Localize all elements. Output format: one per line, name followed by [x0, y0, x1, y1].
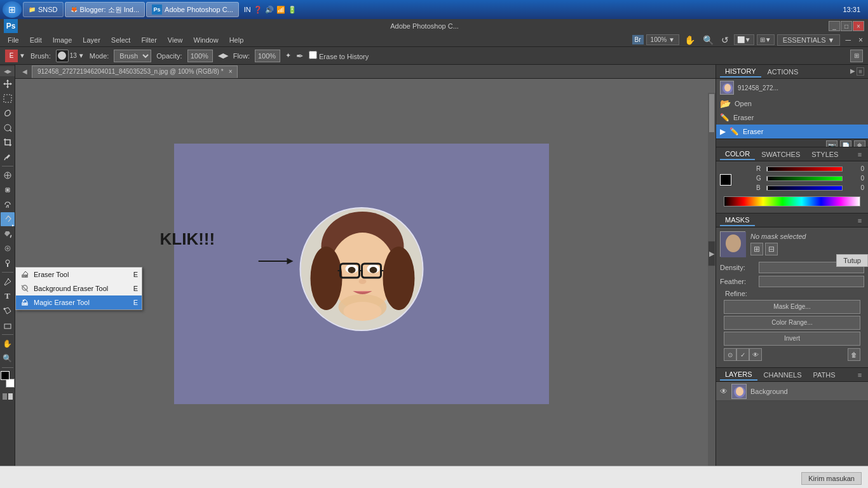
menu-help[interactable]: Help [224, 35, 249, 45]
erase-history-checkbox[interactable] [309, 51, 317, 59]
bridge-btn[interactable]: Br [632, 35, 644, 44]
opacity-input[interactable] [187, 50, 213, 62]
close-tab-btn[interactable]: × [229, 68, 233, 75]
ps-canvas[interactable]: KLIK!!! [174, 144, 549, 404]
fg-color-swatch[interactable] [1, 371, 10, 380]
tool-presets-panel-btn[interactable]: ⊞ [850, 50, 863, 62]
marquee-tool-btn[interactable] [1, 92, 15, 105]
menu-image[interactable]: Image [48, 35, 78, 45]
dodge-tool-btn[interactable] [1, 256, 15, 270]
vertical-scrollbar[interactable] [708, 93, 715, 469]
path-select-btn[interactable] [1, 304, 15, 318]
quick-select-btn[interactable] [1, 121, 15, 135]
swatches-tab[interactable]: SWATCHES [756, 149, 805, 159]
taskbar-tab-snsd[interactable]: 📁 SNSD [23, 2, 64, 17]
actions-tab[interactable]: ACTIONS [763, 67, 804, 77]
pan-tool-btn[interactable]: ✋ [682, 34, 698, 46]
eyedropper-tool-btn[interactable] [1, 150, 15, 164]
toolbar-toggle-btn[interactable]: ◀▶ [0, 66, 15, 76]
quick-mask-btn[interactable] [1, 390, 15, 403]
history-source-item[interactable]: 912458_272... [716, 79, 868, 97]
ps-minimize-btn[interactable]: _ [829, 21, 840, 31]
color-swatches[interactable] [1, 371, 15, 388]
heal-tool-btn[interactable] [1, 168, 15, 182]
paint-bucket-btn[interactable] [1, 227, 15, 241]
clone-stamp-btn[interactable] [1, 183, 15, 197]
mask-edge-btn[interactable]: Mask Edge... [724, 300, 860, 314]
flyout-bg-eraser-tool[interactable]: Background Eraser Tool E [16, 281, 142, 295]
color-spectrum[interactable] [724, 196, 860, 207]
blur-tool-btn[interactable] [1, 241, 15, 255]
foreground-color-chip[interactable] [720, 174, 731, 186]
pen-tool-btn[interactable] [1, 274, 15, 288]
extra-controls-btn[interactable]: ⊞▼ [757, 34, 775, 45]
history-options-btn[interactable]: ≡ [857, 67, 864, 76]
invert-btn[interactable]: Invert [724, 332, 860, 346]
ps-close-btn[interactable]: × [853, 21, 864, 31]
menu-select[interactable]: Select [106, 35, 136, 45]
collapse-panels-btn[interactable]: ─ [843, 34, 853, 46]
brush-arrow[interactable]: ▼ [78, 52, 85, 59]
screen-mode-btn[interactable]: ⬜▼ [734, 34, 754, 45]
flyout-magic-eraser-tool[interactable]: Magic Eraser Tool E [16, 295, 142, 309]
essentials-btn[interactable]: ESSENTIALS ▼ [777, 34, 841, 46]
tool-preset-arrow[interactable]: ▼ [19, 52, 25, 59]
stylus-icon[interactable]: ✒ [296, 51, 304, 61]
history-brush-btn[interactable] [1, 198, 15, 212]
doc-tab[interactable]: 912458_272721946204011_845035253_n.jpg @… [32, 65, 238, 78]
zoom-in-btn[interactable]: 🔍 [700, 34, 716, 46]
history-open-item[interactable]: 📂 Open [716, 97, 868, 111]
color-panel-collapse[interactable]: ≡ [855, 150, 864, 159]
tab-scroll-left[interactable]: ◀ [18, 65, 32, 78]
masks-panel-collapse[interactable]: ≡ [855, 216, 864, 225]
zoom-control[interactable]: 100% ▼ [646, 34, 679, 45]
visibility-icon[interactable]: 👁 [720, 387, 728, 396]
feather-input[interactable] [759, 276, 864, 287]
apply-mask-btn[interactable]: ✓ [736, 348, 749, 361]
paths-tab[interactable]: PATHS [808, 370, 841, 380]
flyout-eraser-tool[interactable]: Eraser Tool E [16, 268, 142, 281]
menu-filter[interactable]: Filter [136, 35, 161, 45]
eraser-tool-btn[interactable]: ▶ [1, 212, 15, 226]
tool-preset-btn[interactable]: E [5, 50, 18, 62]
move-tool-btn[interactable] [1, 77, 15, 91]
crop-tool-btn[interactable] [1, 135, 15, 149]
history-tab[interactable]: HISTORY [720, 66, 761, 78]
history-eraser-item-2[interactable]: ▶ ✏️ Eraser [716, 125, 868, 139]
layers-panel-collapse[interactable]: ≡ [855, 370, 864, 379]
ps-maximize-btn[interactable]: □ [841, 21, 852, 31]
tutup-button[interactable]: Tutup [836, 254, 868, 267]
r-slider[interactable] [766, 166, 843, 172]
airbrush-icon[interactable]: ✦ [285, 51, 291, 60]
layers-tab[interactable]: LAYERS [720, 369, 757, 381]
channels-tab[interactable]: CHANNELS [759, 370, 807, 380]
delete-state-btn[interactable]: 🗑 [854, 140, 865, 148]
add-pixel-mask-btn[interactable]: ⊞ [750, 243, 763, 255]
vscroll-thumb[interactable] [709, 94, 714, 132]
zoom-tool-btn[interactable]: 🔍 [1, 351, 15, 365]
kirim-masukan-button[interactable]: Kirim masukan [801, 472, 862, 485]
add-vector-mask-btn[interactable]: ⊟ [765, 243, 778, 255]
delete-mask-btn[interactable]: 🗑 [848, 348, 860, 361]
layer-item[interactable]: 👁 Background [716, 382, 868, 401]
history-menu-btn[interactable]: ▶ [850, 67, 855, 76]
history-eraser-item-1[interactable]: ✏️ Eraser [716, 111, 868, 125]
start-button[interactable]: ⊞ [3, 1, 22, 18]
taskbar-tab-blogger[interactable]: 🦊 Blogger: 소원 Ind... [65, 2, 146, 17]
load-selection-btn[interactable]: ⊙ [724, 348, 736, 361]
new-document-from-state-btn[interactable]: 📄 [840, 140, 851, 148]
menu-window[interactable]: Window [189, 35, 224, 45]
create-snapshot-btn[interactable]: 📷 [826, 140, 837, 148]
disable-mask-btn[interactable]: 👁 [749, 348, 762, 361]
menu-file[interactable]: File [3, 35, 24, 45]
expand-panels-btn[interactable]: × [856, 34, 865, 46]
color-tab[interactable]: COLOR [720, 149, 755, 160]
masks-tab[interactable]: MASKS [720, 215, 755, 226]
taskbar-tab-ps[interactable]: Ps Adobe Photoshop C... [146, 2, 239, 17]
panels-collapse-btn[interactable]: ▶ [708, 241, 715, 266]
flow-input[interactable] [255, 50, 280, 62]
mode-select[interactable]: Brush [114, 50, 151, 62]
color-range-btn[interactable]: Color Range... [724, 316, 860, 330]
g-slider[interactable] [766, 176, 843, 181]
shape-tool-btn[interactable] [1, 318, 15, 332]
